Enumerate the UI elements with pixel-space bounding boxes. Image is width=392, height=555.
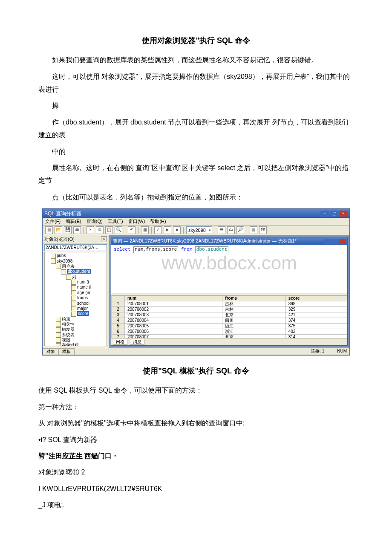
object-tree[interactable]: pubs sky2098 用户表 dbo.student 列 num — [44, 252, 107, 346]
tree-node[interactable]: 相关性 — [62, 322, 75, 327]
object-search-icon[interactable]: 🔎 — [236, 226, 244, 234]
estimated-plan-icon[interactable]: ☰ — [218, 226, 225, 234]
tab-messages[interactable]: 消息 — [130, 339, 144, 345]
query-min-icon[interactable] — [323, 239, 330, 244]
table-row[interactable]: 1200708001吉林398 — [112, 301, 347, 307]
tree-col-major[interactable]: major — [77, 306, 88, 311]
tree-node-columns[interactable]: 列 — [72, 275, 76, 279]
undo-icon[interactable]: ↶ — [128, 226, 135, 234]
new-icon[interactable]: ▤ — [45, 226, 53, 234]
execute-mode-icon[interactable]: ▦ — [141, 226, 149, 234]
stop-icon[interactable]: ■ — [173, 226, 181, 234]
tree-col-name[interactable]: name (i — [77, 285, 91, 289]
paste-icon[interactable]: 📋 — [105, 226, 113, 234]
status-numlock: NUM — [337, 349, 347, 354]
tree-col-school[interactable]: school — [77, 301, 89, 306]
query-close-icon[interactable] — [339, 239, 346, 244]
rownum-cell: 6 — [112, 329, 125, 335]
tree-node[interactable]: 系统表 — [62, 332, 75, 337]
menu-help[interactable]: 帮助(H) — [150, 219, 166, 224]
folder-icon — [56, 338, 61, 343]
menu-query[interactable]: 查询(Q) — [86, 219, 103, 224]
tree-node[interactable]: 视图 — [62, 338, 70, 342]
rownum-cell: 1 — [112, 301, 125, 307]
open-icon[interactable]: 📂 — [55, 226, 62, 234]
database-combo[interactable]: sky2098 — [186, 226, 212, 234]
object-browser-icon[interactable]: 🗂 — [227, 226, 235, 234]
cell-num: 200708006 — [125, 329, 222, 335]
status-connections: 连接: 1 — [311, 349, 324, 354]
para: 点（比如可以是表名，列名等）拖动到指定的位置，如图所示： — [38, 191, 354, 204]
window-titlebar: SQL 查询分析器 – ▢ × — [43, 209, 349, 218]
sql-query-analyzer-window: SQL 查询分析器 – ▢ × 文件(F) 编辑(E) 查询(Q) 工具(T) … — [42, 209, 350, 355]
menu-tools[interactable]: 工具(T) — [108, 219, 123, 224]
rownum-cell: 4 — [112, 318, 125, 324]
cell-score: 329 — [285, 307, 347, 312]
tab-objects[interactable]: 对象 — [43, 348, 59, 355]
results-tabs: 网格 消息 — [111, 338, 347, 345]
tab-templates[interactable]: 模板 — [58, 348, 75, 355]
tree-node[interactable]: 存储过程 — [62, 343, 79, 346]
tree-col-num[interactable]: num (i — [77, 280, 89, 284]
toolbar: ▤ 📂 💾 🖶 ✂ ⧉ 📋 🔍 ↶ ▦ ✓ ▶ ■ sky2098 ☰ 🗂 🔎 … — [43, 225, 349, 235]
para: 这时，可以使用 对象浏览器"，展开指定要操作的数据库（sky2098），再展开用… — [38, 70, 354, 96]
table-row[interactable]: 2200708002吉林329 — [112, 307, 347, 312]
query-max-icon[interactable] — [331, 239, 338, 244]
results-grid[interactable]: num froms score 1200708001吉林398220070800… — [111, 295, 347, 338]
tree-node-dbo-student[interactable]: dbo.student — [67, 269, 91, 274]
folder-icon — [56, 343, 61, 347]
tree-node[interactable]: 约束 — [62, 317, 70, 321]
tree-node-usertables[interactable]: 用户表 — [62, 264, 75, 269]
tab-grid[interactable]: 网格 — [113, 339, 127, 345]
sql-dragged-columns: num,froms,score — [133, 246, 178, 253]
cut-icon[interactable]: ✂ — [86, 226, 94, 234]
execute-icon[interactable]: ▶ — [164, 226, 171, 234]
minimize-icon[interactable]: – — [320, 211, 329, 217]
sql-editor[interactable]: select num,froms,score from dbo.student … — [111, 245, 347, 293]
table-row[interactable]: 4200708004四川374 — [112, 318, 347, 324]
cell-num: 200708005 — [125, 324, 222, 329]
parse-icon[interactable]: ✓ — [154, 226, 162, 234]
server-combo[interactable]: 2ANDL17ZWBRUT6K(2A… — [44, 244, 107, 251]
folder-icon — [66, 275, 71, 280]
cell-froms: 北京 — [222, 312, 285, 318]
tree-node[interactable]: 触发器 — [62, 327, 75, 332]
save-icon[interactable]: 💾 — [64, 226, 72, 234]
results-grid-icon[interactable]: ▤ — [250, 226, 257, 234]
para: I KWDLLrEVPRUT6K(2WLLT2¥SRUT6K — [38, 483, 354, 495]
tree-node-sky2098[interactable]: sky2098 — [57, 259, 72, 263]
menu-window[interactable]: 窗口(W) — [128, 219, 145, 224]
object-browser-title: 对象浏览器(O) — [44, 237, 75, 242]
object-browser-close-icon[interactable]: × — [101, 236, 107, 242]
col-header[interactable]: num — [125, 296, 222, 301]
copy-icon[interactable]: ⧉ — [96, 226, 104, 234]
cell-froms: 吉林 — [222, 301, 285, 307]
menu-file[interactable]: 文件(F) — [45, 219, 61, 224]
cell-froms: 浙江 — [222, 324, 285, 329]
tree-col-froms[interactable]: froms — [77, 295, 88, 300]
tree-col-score[interactable]: score — [77, 311, 89, 316]
show-plan-icon[interactable]: 🗺 — [259, 226, 267, 234]
maximize-icon[interactable]: ▢ — [330, 211, 338, 217]
column-icon — [71, 296, 76, 301]
folder-icon — [56, 264, 61, 269]
menu-edit[interactable]: 编辑(E) — [66, 219, 81, 224]
cell-score: 374 — [285, 318, 347, 324]
table-row[interactable]: 3200708003北京421 — [112, 312, 347, 318]
print-icon[interactable]: 🖶 — [73, 226, 81, 234]
table-row[interactable]: 6200708006浙江402 — [112, 329, 347, 335]
tree-col-age[interactable]: age (in — [77, 290, 90, 295]
database-icon — [51, 259, 56, 264]
cell-num: 200708003 — [125, 312, 222, 318]
sql-keyword: select — [114, 247, 133, 252]
col-header[interactable]: froms — [222, 296, 285, 301]
table-row[interactable]: 7200708007北京314 — [112, 335, 347, 338]
cell-froms: 北京 — [222, 335, 285, 338]
col-header[interactable]: score — [285, 296, 347, 301]
find-icon[interactable]: 🔍 — [115, 226, 122, 234]
sql-keyword: from — [178, 247, 195, 252]
cell-froms: 浙江 — [222, 329, 285, 335]
close-icon[interactable]: × — [339, 211, 348, 217]
table-row[interactable]: 5200708005浙江375 — [112, 324, 347, 329]
tree-node-pubs[interactable]: pubs — [57, 253, 66, 258]
